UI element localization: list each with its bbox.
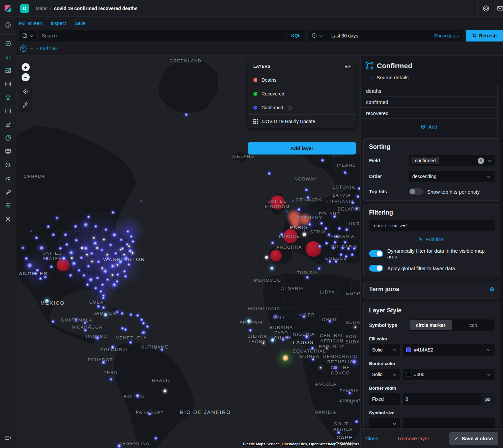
map-marker-confirmed: [88, 277, 93, 282]
border-width-input[interactable]: 0: [403, 393, 481, 405]
sidebar-item-devtools[interactable]: [0, 185, 16, 199]
sort-field-input[interactable]: confirmed ✕: [409, 155, 495, 166]
crosshair-icon: [23, 88, 29, 94]
sidebar-item-ml[interactable]: [0, 104, 16, 118]
zoom-out-button[interactable]: −: [22, 73, 30, 81]
map-marker-confirmed: [47, 225, 50, 228]
symbol-type-circle-option[interactable]: circle marker: [410, 320, 452, 330]
collapse-panel-icon[interactable]: [344, 64, 351, 69]
map-marker-confirmed: [286, 336, 289, 339]
map-marker-confirmed: [116, 311, 119, 314]
border-mode-select[interactable]: Solid: [369, 369, 400, 380]
add-term-join-button[interactable]: ⊕: [489, 286, 495, 292]
map-marker-confirmed: [104, 313, 108, 317]
sort-order-select[interactable]: descending: [409, 171, 495, 182]
breadcrumb-root[interactable]: Maps: [36, 6, 47, 11]
field-row[interactable]: deaths: [361, 85, 497, 96]
kql-button[interactable]: KQL: [286, 33, 305, 38]
layer-row-confirmed[interactable]: Confirmed: [248, 101, 356, 114]
add-filter-button[interactable]: + Add filter: [36, 46, 58, 51]
symbol-type-icon-option[interactable]: icon: [452, 320, 494, 330]
source-details-toggle[interactable]: Source details: [368, 75, 498, 80]
nav-divider: [0, 34, 16, 35]
layer-row-hourly-update[interactable]: COVID 19 Hourly Update: [248, 114, 356, 128]
sidebar-item-graph[interactable]: [0, 118, 16, 131]
ml-icon: [5, 108, 11, 114]
clear-field-button[interactable]: ✕: [478, 158, 484, 164]
newsfeed-button[interactable]: [494, 0, 503, 17]
health-icon: [5, 202, 11, 208]
map-marker-confirmed: [116, 280, 119, 283]
map-marker-confirmed: [326, 347, 328, 349]
map-marker-confirmed: [356, 207, 359, 210]
sidebar-item-uptime[interactable]: [0, 158, 16, 172]
saved-query-menu-button[interactable]: [19, 30, 38, 41]
map-marker-confirmed: [347, 247, 350, 250]
sidebar-item-discover[interactable]: [0, 37, 16, 50]
panel-scrollbar[interactable]: [500, 56, 503, 428]
save-button[interactable]: Save: [75, 21, 86, 26]
map-marker-confirmed: [124, 275, 127, 278]
full-screen-button[interactable]: Full screen: [19, 21, 42, 26]
add-field-button[interactable]: ⊕ Add: [361, 119, 497, 135]
border-width-mode-select[interactable]: Fixed: [369, 393, 400, 405]
sort-order-label: Order: [369, 174, 409, 179]
space-badge[interactable]: D: [20, 4, 29, 13]
kibana-logo[interactable]: [0, 0, 16, 17]
time-picker-menu-button[interactable]: [308, 30, 327, 41]
search-input[interactable]: [38, 33, 286, 38]
map-zoom-controls: + −: [20, 62, 31, 83]
set-view-button[interactable]: [20, 86, 31, 97]
map-marker-confirmed: [126, 243, 129, 246]
fill-color-select[interactable]: #414AE2: [403, 344, 495, 356]
sidebar-item-clock[interactable]: [0, 18, 16, 32]
remove-layer-button[interactable]: Remove layer: [398, 436, 429, 441]
sidebar-item-apm[interactable]: [0, 172, 16, 185]
field-row[interactable]: recovered: [361, 108, 497, 119]
top-hits-toggle[interactable]: [409, 188, 423, 195]
show-dates-button[interactable]: Show dates: [430, 33, 463, 38]
global-filter-toggle[interactable]: [369, 265, 383, 272]
zoom-in-button[interactable]: +: [22, 63, 30, 71]
layer-row-recovered[interactable]: Recovered: [248, 87, 356, 101]
map-marker-confirmed: [344, 171, 347, 174]
map-marker-confirmed: [303, 315, 306, 318]
collapse-nav-button[interactable]: [0, 431, 16, 445]
symbol-size-input[interactable]: [403, 418, 495, 428]
map-marker-confirmed: [84, 329, 87, 332]
world-map[interactable]: GREENLANDICELANDCANADAUNITED STATESWASHI…: [16, 56, 360, 448]
sidebar-item-monitoring[interactable]: [0, 145, 16, 158]
map-marker-confirmed: [345, 228, 348, 231]
layer-row-deaths[interactable]: Deaths: [248, 73, 356, 87]
refresh-button[interactable]: ↻ Refresh: [466, 30, 503, 41]
map-marker-deaths: [306, 241, 321, 257]
sidebar-item-dashboard[interactable]: [0, 64, 16, 77]
time-range-value[interactable]: Last 30 days: [327, 33, 362, 38]
sidebar-item-settings[interactable]: [0, 212, 16, 226]
close-button[interactable]: Close: [365, 436, 378, 441]
save-and-close-button[interactable]: ✓ Save & close: [449, 432, 498, 445]
sidebar-item-health[interactable]: [0, 199, 16, 212]
add-layer-button[interactable]: Add layer: [248, 142, 356, 155]
draw-tools-button[interactable]: [20, 100, 31, 110]
map-marker-confirmed: [335, 260, 338, 263]
field-row[interactable]: confirmed: [361, 96, 497, 108]
dynamic-filter-toggle[interactable]: [369, 250, 383, 257]
border-color-select[interactable]: #000: [403, 369, 495, 380]
help-button[interactable]: [477, 0, 494, 17]
fill-mode-select[interactable]: Solid: [369, 344, 400, 356]
map-marker-confirmed: [112, 232, 117, 237]
symbol-size-mode-select[interactable]: [369, 418, 400, 428]
inspect-button[interactable]: Inspect: [51, 21, 66, 26]
filter-icon[interactable]: [20, 45, 27, 52]
sidebar-item-visualize[interactable]: [0, 50, 16, 64]
chevron-right-icon: [369, 76, 372, 79]
map-marker-confirmed: [353, 247, 356, 250]
edit-filter-button[interactable]: ✎ Edit filter: [369, 236, 495, 243]
sidebar-item-canvas[interactable]: [0, 77, 16, 91]
filtering-heading: Filtering: [369, 209, 495, 216]
sidebar-item-pie[interactable]: [0, 131, 16, 145]
map-marker-confirmed: [344, 241, 347, 244]
map-marker-confirmed: [140, 318, 143, 321]
sidebar-item-maps[interactable]: [0, 91, 16, 104]
